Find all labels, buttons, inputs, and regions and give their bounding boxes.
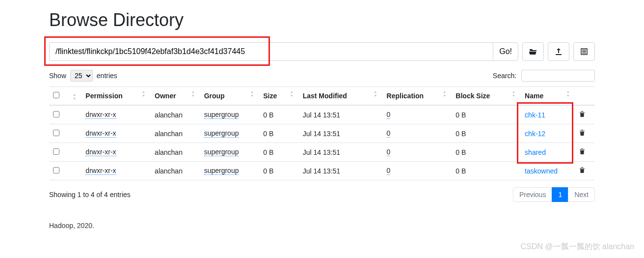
row-checkbox[interactable] xyxy=(53,148,59,155)
size-cell: 0 B xyxy=(259,162,298,180)
table-info: Showing 1 to 4 of 4 entries xyxy=(49,191,131,199)
path-input[interactable] xyxy=(49,42,493,61)
col-name-label: Name xyxy=(525,92,543,100)
show-label: Show xyxy=(49,72,66,80)
replication-cell[interactable]: 0 xyxy=(387,111,391,119)
delete-button[interactable] xyxy=(579,111,585,119)
size-cell: 0 B xyxy=(259,105,298,124)
page-1-button[interactable]: 1 xyxy=(552,187,568,202)
owner-cell: alanchan xyxy=(151,105,200,124)
row-checkbox[interactable] xyxy=(53,167,59,173)
upload-icon xyxy=(555,48,562,55)
trash-icon xyxy=(579,129,585,136)
owner-cell: alanchan xyxy=(151,143,200,162)
replication-cell[interactable]: 0 xyxy=(387,129,391,138)
search-label: Search: xyxy=(493,72,516,80)
entries-control: Show 25 entries xyxy=(49,70,117,82)
row-checkbox[interactable] xyxy=(53,130,59,136)
col-lastmod-label: Last Modified xyxy=(303,92,347,100)
directory-icon-button[interactable] xyxy=(522,42,544,61)
trash-icon xyxy=(579,111,585,117)
blocksize-cell: 0 B xyxy=(452,124,521,143)
blocksize-cell: 0 B xyxy=(452,162,521,180)
delete-button[interactable] xyxy=(579,148,585,156)
group-cell[interactable]: supergroup xyxy=(204,111,239,119)
upload-icon-button[interactable] xyxy=(548,42,569,61)
group-cell[interactable]: supergroup xyxy=(204,129,239,138)
col-blocksize-label: Block Size xyxy=(456,92,490,100)
col-permission[interactable]: Permission xyxy=(81,87,151,106)
col-group-label: Group xyxy=(204,92,225,100)
col-replication[interactable]: Replication xyxy=(383,87,452,106)
col-name[interactable]: Name xyxy=(521,87,575,106)
replication-cell[interactable]: 0 xyxy=(387,167,391,175)
name-link[interactable]: chk-12 xyxy=(525,130,545,138)
replication-cell[interactable]: 0 xyxy=(387,148,391,156)
path-bar: Go! xyxy=(49,42,595,61)
name-link[interactable]: shared xyxy=(525,148,546,156)
next-button[interactable]: Next xyxy=(568,187,595,202)
page-title: Browse Directory xyxy=(49,10,595,30)
entries-select[interactable]: 25 xyxy=(70,70,93,82)
trash-icon xyxy=(579,167,585,173)
list-icon xyxy=(581,48,588,55)
folder-open-icon xyxy=(529,48,537,55)
blocksize-cell: 0 B xyxy=(452,105,521,124)
lastmod-cell: Jul 14 13:51 xyxy=(299,143,383,162)
search-input[interactable] xyxy=(521,70,595,82)
col-permission-label: Permission xyxy=(85,92,122,100)
delete-button[interactable] xyxy=(579,167,585,175)
lastmod-cell: Jul 14 13:51 xyxy=(299,105,383,124)
permission-cell[interactable]: drwxr-xr-x xyxy=(85,111,116,119)
lastmod-cell: Jul 14 13:51 xyxy=(299,162,383,180)
col-replication-label: Replication xyxy=(387,92,424,100)
table-row: drwxr-xr-x alanchan supergroup 0 B Jul 1… xyxy=(49,143,595,162)
go-button[interactable]: Go! xyxy=(493,42,518,61)
trash-icon xyxy=(579,148,585,155)
owner-cell: alanchan xyxy=(151,162,200,180)
row-checkbox[interactable] xyxy=(53,111,59,117)
permission-cell[interactable]: drwxr-xr-x xyxy=(85,167,116,175)
footer-text: Hadoop, 2020. xyxy=(49,222,595,229)
col-blocksize[interactable]: Block Size xyxy=(452,87,521,106)
select-all-checkbox[interactable] xyxy=(53,92,59,98)
lastmod-cell: Jul 14 13:51 xyxy=(299,124,383,143)
name-link[interactable]: taskowned xyxy=(525,167,558,175)
group-cell[interactable]: supergroup xyxy=(204,148,239,156)
file-table: Permission Owner Group Size Last Modifie… xyxy=(49,86,595,180)
permission-cell[interactable]: drwxr-xr-x xyxy=(85,129,116,138)
blocksize-cell: 0 B xyxy=(452,143,521,162)
col-owner[interactable]: Owner xyxy=(151,87,200,106)
col-size[interactable]: Size xyxy=(259,87,298,106)
entries-suffix: entries xyxy=(97,72,117,80)
previous-button[interactable]: Previous xyxy=(513,187,552,202)
name-link[interactable]: chk-11 xyxy=(525,111,545,119)
group-cell[interactable]: supergroup xyxy=(204,167,239,175)
delete-button[interactable] xyxy=(579,130,585,138)
owner-cell: alanchan xyxy=(151,124,200,143)
table-row: drwxr-xr-x alanchan supergroup 0 B Jul 1… xyxy=(49,124,595,143)
col-owner-label: Owner xyxy=(155,92,176,100)
col-size-label: Size xyxy=(263,92,277,100)
pagination: Previous 1 Next xyxy=(513,187,595,202)
permission-cell[interactable]: drwxr-xr-x xyxy=(85,148,116,156)
col-group[interactable]: Group xyxy=(200,87,260,106)
size-cell: 0 B xyxy=(259,124,298,143)
search-control: Search: xyxy=(493,70,595,82)
col-sort-blank[interactable] xyxy=(67,87,81,106)
table-row: drwxr-xr-x alanchan supergroup 0 B Jul 1… xyxy=(49,162,595,180)
list-icon-button[interactable] xyxy=(573,42,595,61)
table-row: drwxr-xr-x alanchan supergroup 0 B Jul 1… xyxy=(49,105,595,124)
col-lastmod[interactable]: Last Modified xyxy=(299,87,383,106)
size-cell: 0 B xyxy=(259,143,298,162)
